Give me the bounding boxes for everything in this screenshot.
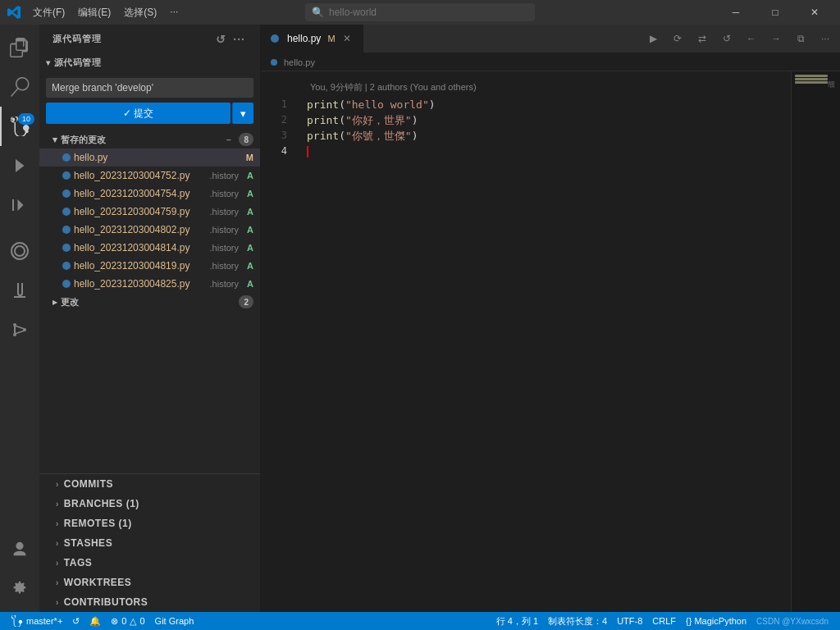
git-commits-section[interactable]: › COMMITS <box>39 474 260 494</box>
breadcrumb-file[interactable]: hello.py <box>284 57 315 67</box>
file-item-history-4[interactable]: hello_20231203004802.py .history A <box>39 221 260 239</box>
menu-more[interactable]: ··· <box>165 4 183 21</box>
changes-section-header[interactable]: ▸ 更改 2 <box>39 293 260 311</box>
status-line-ending[interactable]: CRLF <box>647 612 681 630</box>
file-item-history-6[interactable]: hello_20231203004819.py .history A <box>39 257 260 275</box>
activity-source-control[interactable] <box>0 107 39 146</box>
file-item-history-3[interactable]: hello_20231203004759.py .history A <box>39 203 260 221</box>
file-item-history-7[interactable]: hello_20231203004825.py .history A <box>39 275 260 293</box>
file-item-hello-py[interactable]: hello.py 📋 — M <box>39 148 260 167</box>
status-position[interactable]: 行 4，列 1 <box>491 612 543 630</box>
unstage-all-button[interactable]: － <box>221 133 235 147</box>
git-stashes-section[interactable]: › STASHES <box>39 533 260 553</box>
status-language[interactable]: {} MagicPython <box>681 612 751 630</box>
file-status-added: A <box>242 171 253 180</box>
status-sync[interactable]: ↺ <box>67 612 84 630</box>
menu-edit[interactable]: 编辑(E) <box>73 4 116 21</box>
minimize-button[interactable]: ─ <box>717 0 755 25</box>
tab-hello-py[interactable]: hello.py M ✕ <box>261 25 364 52</box>
line-content-1: print("hello world") <box>300 97 791 112</box>
editor-area: hello.py M ✕ ▶ ⟳ ⇄ ↺ ← → ⧉ ··· hello.py <box>261 25 840 612</box>
code-editor[interactable]: You, 9分钟前 | 2 authors (You and others) 1… <box>261 71 791 612</box>
status-branch[interactable]: master*+ <box>7 612 67 630</box>
activity-run[interactable] <box>0 146 39 185</box>
file-ext: .history <box>210 225 239 235</box>
file-status-added: A <box>242 279 253 289</box>
commit-message-input[interactable] <box>46 78 253 98</box>
commit-button[interactable]: ✓ 提交 <box>46 103 231 124</box>
title-search[interactable]: 🔍 <box>305 3 535 21</box>
vscode-logo <box>7 5 21 20</box>
staged-count-badge: 8 <box>239 133 253 146</box>
git-branches-section[interactable]: › BRANCHES (1) <box>39 494 260 514</box>
menu-selection[interactable]: 选择(S) <box>119 4 162 21</box>
code-line-3: 3 print("你號，世傑") <box>261 128 791 144</box>
breadcrumb: hello.py <box>261 53 840 71</box>
toolbar-more-2[interactable]: ⇄ <box>691 27 714 50</box>
accounts-icon <box>11 541 29 559</box>
chevron-right-icon: › <box>56 559 59 568</box>
file-item-history-2[interactable]: hello_20231203004754.py .history A <box>39 185 260 203</box>
activity-search[interactable] <box>0 67 39 107</box>
source-control-section-header[interactable]: ▾ 源代码管理 <box>39 53 260 71</box>
error-icon: ⊗ <box>111 616 118 627</box>
status-tab-size[interactable]: 制表符长度：4 <box>543 612 612 630</box>
tab-filename: hello.py <box>287 33 321 44</box>
git-contributors-section[interactable]: › CONTRIBUTORS <box>39 592 260 612</box>
chevron-right-icon: › <box>56 480 59 489</box>
unstage-button[interactable]: — <box>224 150 239 165</box>
sidebar-refresh-button[interactable]: ↺ <box>214 31 228 48</box>
file-item-history-1[interactable]: hello_20231203004752.py .history A <box>39 167 260 185</box>
activity-remote[interactable] <box>0 231 39 271</box>
toolbar-more-options[interactable]: ··· <box>814 27 837 50</box>
section-header-label: 源代码管理 <box>54 57 102 69</box>
source-control-panel: ▾ 源代码管理 ✓ 提交 ▾ ▾ 暂存的更改 － 8 <box>39 53 260 473</box>
status-errors[interactable]: ⊗ 0 △ 0 <box>106 612 149 630</box>
activity-extensions[interactable] <box>0 185 39 225</box>
file-name: hello_20231203004752.py <box>74 170 210 181</box>
activity-accounts[interactable] <box>0 530 39 569</box>
author-info-bar: You, 9分钟前 | 2 authors (You and others) <box>261 78 791 97</box>
menu-bar: 文件(F) 编辑(E) 选择(S) ··· <box>28 4 183 21</box>
staged-changes-header[interactable]: ▾ 暂存的更改 － 8 <box>39 130 260 148</box>
menu-file[interactable]: 文件(F) <box>28 4 70 21</box>
sidebar-more-button[interactable]: ··· <box>231 31 247 48</box>
toolbar-more-5[interactable]: → <box>765 27 788 50</box>
activity-settings[interactable] <box>0 569 39 609</box>
line-number-4: 4 <box>261 144 300 159</box>
run-button[interactable]: ▶ <box>641 27 664 50</box>
search-input[interactable] <box>329 7 528 18</box>
chevron-right-icon: › <box>56 578 59 587</box>
tab-close-button[interactable]: ✕ <box>340 32 354 45</box>
file-ext: .history <box>210 207 239 217</box>
file-item-history-5[interactable]: hello_20231203004814.py .history A <box>39 239 260 257</box>
commit-more-button[interactable]: ▾ <box>232 103 253 124</box>
toolbar-more-1[interactable]: ⟳ <box>666 27 689 50</box>
maximize-button[interactable]: □ <box>756 0 794 25</box>
activity-test[interactable] <box>0 271 39 310</box>
sidebar: 源代码管理 ↺ ··· ▾ 源代码管理 ✓ 提交 ▾ <box>39 25 261 612</box>
chevron-right-icon: › <box>56 519 59 528</box>
toolbar-split[interactable]: ⧉ <box>789 27 812 50</box>
status-git-graph[interactable]: Git Graph <box>150 612 199 630</box>
toolbar-more-4[interactable]: ← <box>740 27 763 50</box>
code-line-1: 1 print("hello world") <box>261 97 791 112</box>
file-ext: .history <box>210 171 239 180</box>
activity-git-graph[interactable] <box>0 310 39 349</box>
open-file-button[interactable]: 📋 <box>208 150 222 165</box>
file-ext: .history <box>210 279 239 289</box>
encoding-text: UTF-8 <box>617 616 642 626</box>
python-file-icon <box>62 226 71 234</box>
close-button[interactable]: ✕ <box>796 0 833 25</box>
activity-bar <box>0 25 39 612</box>
status-encoding[interactable]: UTF-8 <box>612 612 647 630</box>
activity-explorer[interactable] <box>0 28 39 67</box>
status-bell[interactable]: 🔔 <box>84 612 106 630</box>
git-tags-section[interactable]: › TAGS <box>39 553 260 573</box>
git-remotes-section[interactable]: › REMOTES (1) <box>39 514 260 533</box>
git-worktrees-section[interactable]: › WORKTREES <box>39 573 260 592</box>
warning-icon: △ <box>130 616 136 627</box>
toolbar-more-3[interactable]: ↺ <box>715 27 738 50</box>
explorer-icon <box>10 38 30 57</box>
git-graph-icon <box>10 320 30 340</box>
